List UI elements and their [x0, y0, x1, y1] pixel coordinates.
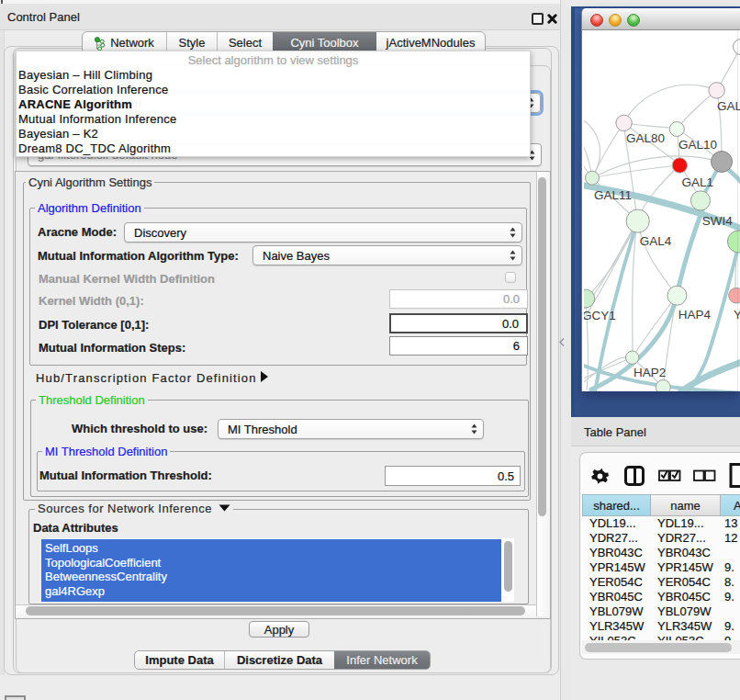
svg-text:HAP4: HAP4 [678, 308, 711, 322]
svg-text:SWI4: SWI4 [701, 214, 732, 228]
svg-text:GAL4: GAL4 [639, 234, 671, 248]
svg-text:GAL80: GAL80 [626, 131, 665, 145]
svg-text:GAL11: GAL11 [594, 188, 632, 202]
svg-text:GAL1: GAL1 [681, 175, 713, 189]
svg-text:GCY1: GCY1 [584, 309, 616, 322]
svg-text:HAP2: HAP2 [633, 366, 666, 379]
svg-text:GAL10: GAL10 [678, 138, 717, 152]
